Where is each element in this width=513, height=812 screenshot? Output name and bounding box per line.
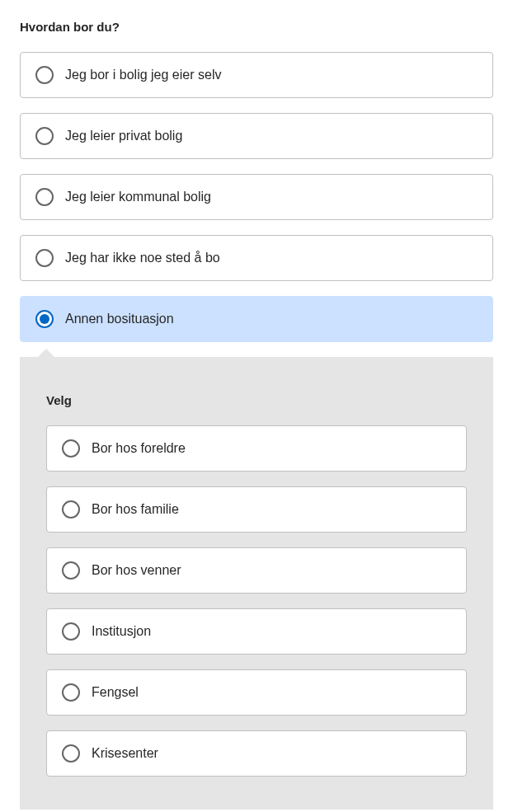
radio-label: Jeg har ikke noe sted å bo bbox=[65, 251, 220, 265]
other-situation-subpanel: Velg Bor hos foreldre Bor hos familie Bo… bbox=[20, 357, 493, 810]
sub-radio-parents[interactable]: Bor hos foreldre bbox=[46, 425, 467, 472]
radio-option-no-place[interactable]: Jeg har ikke noe sted å bo bbox=[20, 235, 493, 281]
radio-option-own-home[interactable]: Jeg bor i bolig jeg eier selv bbox=[20, 52, 493, 98]
radio-option-other-situation[interactable]: Annen bosituasjon bbox=[20, 296, 493, 342]
radio-icon bbox=[62, 622, 80, 641]
radio-icon bbox=[35, 310, 54, 328]
radio-option-rent-municipal[interactable]: Jeg leier kommunal bolig bbox=[20, 174, 493, 220]
radio-label: Bor hos venner bbox=[92, 563, 181, 578]
radio-label: Annen bosituasjon bbox=[65, 312, 174, 326]
radio-label: Institusjon bbox=[92, 624, 151, 639]
sub-radio-family[interactable]: Bor hos familie bbox=[46, 486, 467, 533]
radio-label: Jeg leier privat bolig bbox=[65, 129, 182, 143]
sub-radio-institution[interactable]: Institusjon bbox=[46, 608, 467, 655]
subquestion-title: Velg bbox=[46, 393, 467, 407]
radio-label: Fengsel bbox=[92, 685, 139, 700]
radio-icon bbox=[35, 249, 54, 267]
sub-radio-prison[interactable]: Fengsel bbox=[46, 669, 467, 716]
radio-label: Jeg bor i bolig jeg eier selv bbox=[65, 68, 221, 82]
radio-icon bbox=[62, 439, 80, 458]
radio-label: Jeg leier kommunal bolig bbox=[65, 190, 211, 204]
sub-radio-friends[interactable]: Bor hos venner bbox=[46, 547, 467, 594]
radio-icon bbox=[35, 127, 54, 145]
housing-radio-group: Jeg bor i bolig jeg eier selv Jeg leier … bbox=[20, 52, 493, 342]
radio-icon bbox=[62, 561, 80, 580]
radio-option-rent-private[interactable]: Jeg leier privat bolig bbox=[20, 113, 493, 159]
radio-icon bbox=[62, 744, 80, 763]
radio-icon bbox=[35, 66, 54, 84]
question-title: Hvordan bor du? bbox=[20, 20, 493, 34]
radio-icon bbox=[62, 500, 80, 519]
subquestion-radio-group: Bor hos foreldre Bor hos familie Bor hos… bbox=[46, 425, 467, 777]
radio-icon bbox=[35, 188, 54, 206]
radio-label: Bor hos familie bbox=[92, 502, 179, 517]
radio-label: Bor hos foreldre bbox=[92, 441, 186, 456]
radio-label: Krisesenter bbox=[92, 746, 158, 761]
housing-question: Hvordan bor du? Jeg bor i bolig jeg eier… bbox=[20, 20, 493, 810]
sub-radio-crisis-center[interactable]: Krisesenter bbox=[46, 730, 467, 777]
radio-icon bbox=[62, 683, 80, 702]
